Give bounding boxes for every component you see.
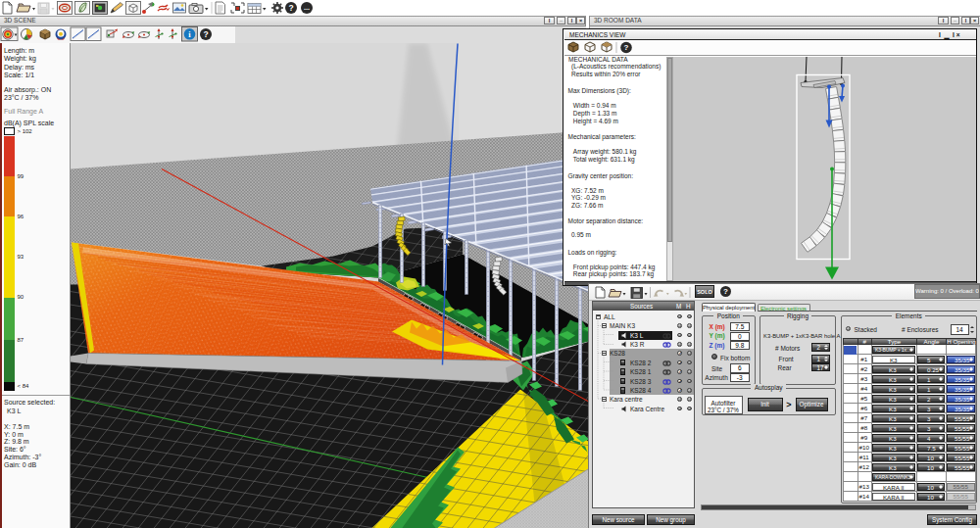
svg-text:...: ... [304, 4, 310, 11]
svg-text:?: ? [203, 29, 208, 39]
svg-text:?: ? [624, 43, 629, 52]
svg-text:?: ? [288, 3, 293, 13]
